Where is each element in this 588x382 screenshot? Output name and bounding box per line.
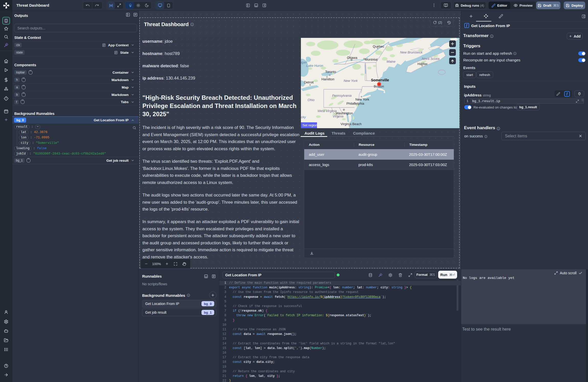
svg-text:Detroit: Detroit xyxy=(304,80,314,84)
svg-text:Philadelphia: Philadelphia xyxy=(346,102,365,105)
svg-text:West Virginia: West Virginia xyxy=(318,109,337,113)
svg-text:Nova Scotia: Nova Scotia xyxy=(422,57,439,61)
svg-text:Hamilton: Hamilton xyxy=(321,77,334,81)
svg-text:Pennsylvania: Pennsylvania xyxy=(332,94,352,97)
svg-text:Montréal: Montréal xyxy=(365,58,378,61)
svg-text:Ottawa: Ottawa xyxy=(347,56,357,60)
svg-text:igan: igan xyxy=(301,60,307,64)
svg-text:New Brunswick: New Brunswick xyxy=(400,50,423,54)
svg-text:Québec: Québec xyxy=(373,45,384,48)
svg-text:Lake Huron: Lake Huron xyxy=(306,64,323,68)
svg-text:Ohio: Ohio xyxy=(308,98,314,102)
svg-text:New York: New York xyxy=(355,97,369,101)
svg-text:Set region: Set region xyxy=(302,123,317,127)
svg-text:Maine: Maine xyxy=(387,60,395,63)
svg-text:Halifax: Halifax xyxy=(417,62,428,66)
svg-text:Virginia: Virginia xyxy=(333,114,343,118)
svg-text:cky: cky xyxy=(301,115,306,119)
svg-text:Virginia Beach: Virginia Beach xyxy=(341,122,361,126)
svg-text:Somerville: Somerville xyxy=(371,78,389,82)
svg-text:New York: New York xyxy=(344,79,358,83)
svg-text:Toronto: Toronto xyxy=(325,70,336,74)
